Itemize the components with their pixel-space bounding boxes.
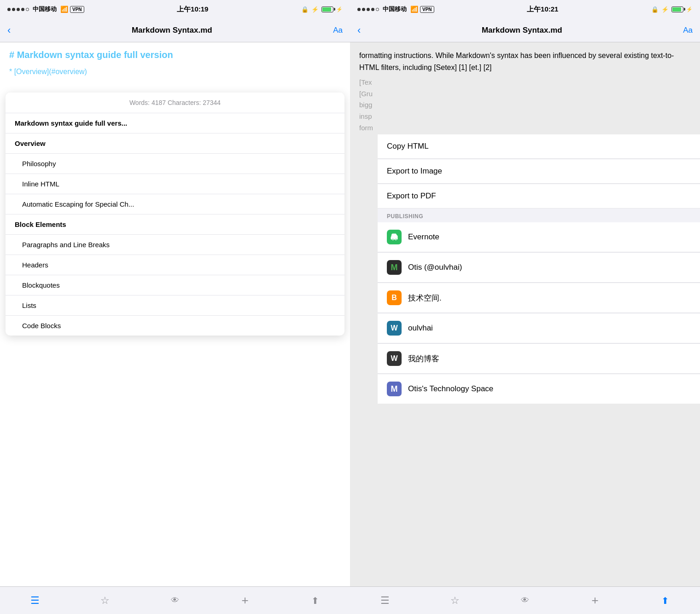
toc-inline-html[interactable]: Inline HTML: [6, 174, 344, 194]
toc-title-item[interactable]: Markdown syntax guide full vers...: [6, 113, 344, 133]
toc-philosophy[interactable]: Philosophy: [6, 154, 344, 174]
right-status-time: 上午10:21: [527, 5, 558, 14]
dot-2: [12, 8, 15, 11]
right-nav-bar: ‹ Markdown Syntax.md Aa: [350, 18, 700, 42]
toc-overview[interactable]: Overview: [6, 133, 344, 154]
dot-3: [17, 8, 20, 11]
right-bolt-icon: ⚡: [686, 6, 693, 12]
dot-1: [7, 8, 11, 11]
left-status-bar: 中国移动 📶 VPN 上午10:19 🔒 ⚡ ⚡: [0, 0, 350, 18]
action-sheet: Copy HTML Export to Image Export to PDF …: [378, 134, 700, 404]
nav-title: Markdown Syntax.md: [132, 26, 212, 35]
export-pdf-button[interactable]: Export to PDF: [378, 184, 700, 209]
right-status-left: 中国移动 📶 VPN: [357, 5, 434, 13]
right-content-area: formatting instructions. While Markdown'…: [350, 42, 700, 586]
toc-lists[interactable]: Lists: [6, 295, 344, 316]
dot-5: [26, 8, 29, 11]
toc-paragraphs[interactable]: Paragraphs and Line Breaks: [6, 235, 344, 255]
toc-code-blocks[interactable]: Code Blocks: [6, 316, 344, 336]
otis-icon: M: [387, 260, 402, 275]
toc-popup-card: Words: 4187 Characters: 27344 Markdown s…: [6, 93, 344, 336]
right-share-icon: ⬆: [661, 595, 669, 606]
right-battery-fill: [672, 7, 681, 12]
back-button[interactable]: ‹: [7, 24, 11, 36]
r-dot-2: [362, 8, 365, 11]
otis-button[interactable]: M Otis (@oulvhai): [378, 253, 700, 283]
right-bluetooth-icon: ⚡: [661, 6, 669, 13]
list-view-button[interactable]: ☰: [25, 591, 45, 611]
star-icon: ☆: [100, 595, 110, 607]
list-icon: ☰: [30, 595, 40, 607]
wordpress-blue-icon: W: [387, 321, 402, 336]
right-nav-title: Markdown Syntax.md: [482, 26, 562, 35]
wordpress-dark-icon: W: [387, 351, 402, 366]
otis-tech-icon: M: [387, 382, 402, 396]
otis-tech-button[interactable]: M Otis's Technology Space: [378, 374, 700, 404]
right-bottom-toolbar: ☰ ☆ 👁 + ⬆: [350, 586, 700, 614]
right-bookmark-button[interactable]: ☆: [445, 591, 465, 611]
right-back-button[interactable]: ‹: [357, 24, 361, 36]
left-nav-bar: ‹ Markdown Syntax.md Aa: [0, 18, 350, 42]
preview-button[interactable]: 👁: [165, 591, 185, 611]
right-list-icon: ☰: [380, 595, 390, 607]
battery-fill: [322, 7, 331, 12]
vpn-badge: VPN: [70, 6, 84, 13]
wordpress-blue-label: oulvhai: [408, 324, 433, 333]
blogger-label: 技术空间.: [408, 293, 442, 303]
left-content-area: # Markdown syntax guide full version * […: [0, 42, 350, 586]
right-list-view-button[interactable]: ☰: [375, 591, 395, 611]
status-left: 中国移动 📶 VPN: [7, 5, 84, 13]
carrier-label: 中国移动: [33, 5, 57, 13]
wordpress-blue-button[interactable]: W oulvhai: [378, 313, 700, 343]
markdown-link: * [Overview](#overview): [9, 68, 341, 76]
wifi-icon: 📶: [60, 6, 68, 13]
toc-block-elements[interactable]: Block Elements: [6, 214, 344, 235]
r-dot-4: [371, 8, 374, 11]
plus-icon: +: [241, 593, 248, 608]
right-eye-icon: 👁: [521, 596, 529, 605]
evernote-icon: [387, 230, 402, 244]
copy-html-button[interactable]: Copy HTML: [378, 134, 700, 159]
right-plus-icon: +: [591, 593, 598, 608]
left-bottom-toolbar: ☰ ☆ 👁 + ⬆: [0, 586, 350, 614]
wordpress-dark-button[interactable]: W 我的博客: [378, 344, 700, 374]
left-text-content: # Markdown syntax guide full version * […: [0, 42, 350, 93]
evernote-button[interactable]: Evernote: [378, 222, 700, 252]
dot-4: [21, 8, 24, 11]
status-right: 🔒 ⚡ ⚡: [301, 6, 343, 13]
left-phone-panel: 中国移动 📶 VPN 上午10:19 🔒 ⚡ ⚡ ‹ Markdown Synt…: [0, 0, 350, 614]
status-time: 上午10:19: [177, 5, 208, 14]
otis-tech-label: Otis's Technology Space: [408, 384, 493, 394]
word-count-stats: Words: 4187 Characters: 27344: [6, 93, 344, 113]
add-button[interactable]: +: [235, 591, 255, 611]
evernote-label: Evernote: [408, 232, 439, 242]
toc-auto-escaping[interactable]: Automatic Escaping for Special Ch...: [6, 194, 344, 214]
right-lock-icon: 🔒: [651, 6, 659, 13]
battery-indicator: [321, 6, 333, 12]
export-image-button[interactable]: Export to Image: [378, 159, 700, 184]
copy-html-label: Copy HTML: [387, 142, 429, 151]
bookmark-button[interactable]: ☆: [95, 591, 115, 611]
lock-icon: 🔒: [301, 6, 309, 13]
right-wifi-icon: 📶: [410, 6, 418, 13]
right-add-button[interactable]: +: [585, 591, 605, 611]
blogger-button[interactable]: B 技术空间.: [378, 283, 700, 313]
right-battery-indicator: [671, 6, 683, 12]
right-font-size-button[interactable]: Aa: [683, 26, 693, 35]
right-status-bar: 中国移动 📶 VPN 上午10:21 🔒 ⚡ ⚡: [350, 0, 700, 18]
font-size-button[interactable]: Aa: [333, 26, 343, 35]
signal-dots: [7, 8, 29, 11]
bluetooth-icon: ⚡: [311, 6, 319, 13]
share-button[interactable]: ⬆: [305, 591, 325, 611]
right-carrier-label: 中国移动: [383, 5, 407, 13]
right-preview-button[interactable]: 👁: [515, 591, 535, 611]
otis-label: Otis (@oulvhai): [408, 263, 462, 272]
toc-blockquotes[interactable]: Blockquotes: [6, 275, 344, 295]
export-image-label: Export to Image: [387, 167, 442, 176]
right-phone-panel: 中国移动 📶 VPN 上午10:21 🔒 ⚡ ⚡ ‹ Markdown Synt…: [350, 0, 700, 614]
toc-headers[interactable]: Headers: [6, 255, 344, 275]
blogger-icon: B: [387, 290, 402, 305]
r-dot-1: [357, 8, 361, 11]
right-signal-dots: [357, 8, 379, 11]
right-share-button[interactable]: ⬆: [655, 591, 675, 611]
